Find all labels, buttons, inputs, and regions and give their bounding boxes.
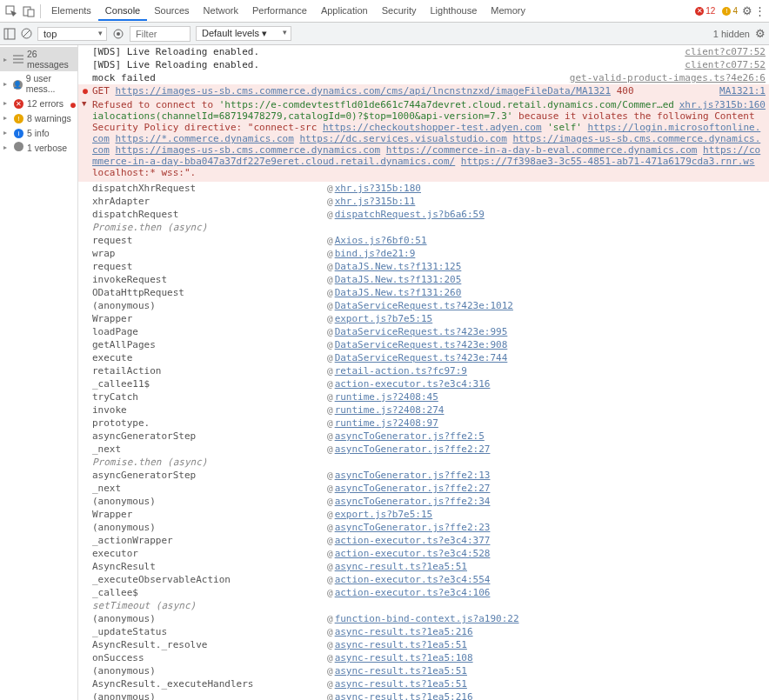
hidden-count[interactable]: 1 hidden	[713, 29, 750, 39]
stack-frame[interactable]: _next@asyncToGenerator.js?ffe2:27	[78, 443, 769, 456]
source-location-link[interactable]: asyncToGenerator.js?ffe2:13	[335, 470, 491, 481]
live-expression-icon[interactable]	[112, 28, 124, 40]
source-location-link[interactable]: DataServiceRequest.ts?423e:995	[335, 326, 508, 337]
request-url-link[interactable]: https://images-us-sb.cms.commerce.dynami…	[116, 85, 612, 97]
tab-network[interactable]: Network	[197, 2, 245, 20]
source-location-link[interactable]: xhr.js?315b:11	[335, 196, 416, 207]
source-location-link[interactable]: asyncToGenerator.js?ffe2:27	[335, 483, 491, 494]
more-menu-icon[interactable]: ⋮	[754, 4, 766, 17]
stack-frame[interactable]: onSuccess@async-result.ts?1ea5:108	[78, 651, 769, 664]
stack-frame[interactable]: _callee$@action-executor.ts?e3c4:106	[78, 586, 769, 599]
stack-frame[interactable]: Wrapper@export.js?b7e5:15	[78, 508, 769, 521]
sidebar-filter-verb[interactable]: ▸1 verbose	[0, 140, 77, 155]
stack-frame[interactable]: invokeRequest@DataJS.New.ts?f131:205	[78, 273, 769, 286]
source-link[interactable]: MA1321:1	[719, 85, 766, 97]
stack-frame[interactable]: dispatchXhrRequest@xhr.js?315b:180	[78, 182, 769, 195]
context-selector[interactable]: top	[37, 27, 107, 41]
source-location-link[interactable]: async-result.ts?1ea5:216	[335, 691, 473, 700]
source-location-link[interactable]: function-bind-context.js?a190:22	[335, 613, 519, 624]
sidebar-filter-user[interactable]: ▸👤9 user mess...	[0, 71, 77, 96]
stack-frame[interactable]: (anonymous)@async-result.ts?1ea5:216	[78, 690, 769, 700]
stack-frame[interactable]: wrap@bind.js?de21:9	[78, 247, 769, 260]
stack-frame[interactable]: (anonymous)@asyncToGenerator.js?ffe2:34	[78, 495, 769, 508]
tab-memory[interactable]: Memory	[484, 2, 532, 20]
stack-frame[interactable]: loadPage@DataServiceRequest.ts?423e:995	[78, 325, 769, 338]
stack-frame[interactable]: AsyncResult@async-result.ts?1ea5:51	[78, 560, 769, 573]
stack-frame[interactable]: xhrAdapter@xhr.js?315b:11	[78, 195, 769, 208]
source-location-link[interactable]: export.js?b7e5:15	[335, 313, 433, 324]
stack-frame[interactable]: _updateStatus@async-result.ts?1ea5:216	[78, 625, 769, 638]
stack-frame[interactable]: _executeObservableAction@action-executor…	[78, 573, 769, 586]
tab-sources[interactable]: Sources	[147, 2, 196, 20]
source-location-link[interactable]: DataJS.New.ts?f131:125	[335, 261, 462, 272]
source-location-link[interactable]: DataServiceRequest.ts?423e:744	[335, 352, 508, 363]
expand-arrow-icon[interactable]: ▼	[82, 99, 86, 108]
stack-frame[interactable]: (anonymous)@function-bind-context.js?a19…	[78, 612, 769, 625]
source-location-link[interactable]: action-executor.ts?e3c4:106	[335, 587, 491, 598]
source-location-link[interactable]: async-result.ts?1ea5:108	[335, 652, 473, 663]
stack-frame[interactable]: (anonymous)@DataServiceRequest.ts?423e:1…	[78, 299, 769, 312]
source-location-link[interactable]: runtime.js?2408:45	[335, 391, 438, 403]
settings-gear-icon[interactable]: ⚙	[742, 4, 752, 17]
tab-console[interactable]: Console	[98, 2, 147, 21]
stack-frame[interactable]: request@DataJS.New.ts?f131:125	[78, 260, 769, 273]
device-toggle-icon[interactable]	[21, 3, 37, 19]
tab-lighthouse[interactable]: Lighthouse	[423, 2, 484, 20]
source-location-link[interactable]: asyncToGenerator.js?ffe2:27	[335, 443, 491, 455]
stack-frame[interactable]: getAllPages@DataServiceRequest.ts?423e:9…	[78, 338, 769, 351]
csp-allowed-source[interactable]: https://dc.services.visualstudio.com	[299, 133, 506, 144]
stack-frame[interactable]: prototype.@runtime.js?2408:97	[78, 417, 769, 430]
stack-frame[interactable]: invoke@runtime.js?2408:274	[78, 403, 769, 417]
stack-frame[interactable]: ODataHttpRequest@DataJS.New.ts?f131:260	[78, 286, 769, 299]
source-location-link[interactable]: async-result.ts?1ea5:51	[335, 678, 467, 690]
source-location-link[interactable]: Axios.js?6bf0:51	[335, 235, 427, 246]
csp-violation-message[interactable]: ▼ xhr.js?315b:160 Refused to connect to …	[78, 97, 769, 182]
source-location-link[interactable]: retail-action.ts?fc97:9	[335, 365, 467, 377]
source-location-link[interactable]: async-result.ts?1ea5:51	[335, 561, 467, 572]
stack-frame[interactable]: asyncGeneratorStep@asyncToGenerator.js?f…	[78, 469, 769, 482]
log-levels-selector[interactable]: Default levels ▾	[196, 26, 291, 41]
filter-input[interactable]	[130, 26, 191, 42]
source-location-link[interactable]: export.js?b7e5:15	[335, 509, 433, 520]
stack-frame[interactable]: request@Axios.js?6bf0:51	[78, 234, 769, 247]
source-location-link[interactable]: action-executor.ts?e3c4:377	[335, 535, 491, 546]
source-location-link[interactable]: asyncToGenerator.js?ffe2:23	[335, 522, 491, 533]
source-link[interactable]: xhr.js?315b:160	[679, 99, 766, 110]
source-location-link[interactable]: action-executor.ts?e3c4:528	[335, 548, 491, 559]
csp-allowed-source[interactable]: https://commerce-in-a-day-b-eval.commerc…	[386, 144, 698, 156]
console-settings-icon[interactable]: ⚙	[755, 27, 766, 40]
csp-allowed-source[interactable]: https://checkoutshopper-test.adyen.com	[323, 122, 542, 133]
console-error-row[interactable]: GET https://images-us-sb.cms.commerce.dy…	[78, 84, 769, 97]
source-location-link[interactable]: bind.js?de21:9	[335, 248, 416, 259]
source-location-link[interactable]: async-result.ts?1ea5:51	[335, 665, 467, 677]
source-location-link[interactable]: DataJS.New.ts?f131:205	[335, 274, 462, 285]
stack-frame[interactable]: Wrapper@export.js?b7e5:15	[78, 312, 769, 325]
csp-allowed-source[interactable]: https://*.commerce.dynamics.com	[116, 133, 294, 144]
source-location-link[interactable]: asyncToGenerator.js?ffe2:34	[335, 496, 491, 507]
stack-frame[interactable]: AsyncResult._executeHandlers@async-resul…	[78, 677, 769, 690]
source-link[interactable]: client?c077:52	[685, 46, 766, 57]
stack-frame[interactable]: retailAction@retail-action.ts?fc97:9	[78, 364, 769, 377]
source-location-link[interactable]: asyncToGenerator.js?ffe2:5	[335, 430, 485, 442]
warning-count-badge[interactable]: !4	[719, 6, 740, 16]
source-location-link[interactable]: DataServiceRequest.ts?423e:1012	[335, 300, 513, 311]
stack-frame[interactable]: execute@DataServiceRequest.ts?423e:744	[78, 351, 769, 364]
inspect-icon[interactable]	[3, 3, 19, 19]
stack-frame[interactable]: (anonymous)@asyncToGenerator.js?ffe2:23	[78, 521, 769, 534]
source-location-link[interactable]: async-result.ts?1ea5:51	[335, 639, 467, 650]
source-location-link[interactable]: DataJS.New.ts?f131:260	[335, 287, 462, 298]
source-location-link[interactable]: dispatchRequest.js?b6a6:59	[335, 209, 485, 220]
stack-frame[interactable]: _actionWrapper@action-executor.ts?e3c4:3…	[78, 534, 769, 547]
clear-console-icon[interactable]	[21, 28, 32, 39]
sidebar-filter-warn[interactable]: ▸!8 warnings	[0, 110, 77, 125]
console-log-row[interactable]: [WDS] Live Reloading enabled.client?c077…	[78, 45, 769, 58]
source-location-link[interactable]: DataServiceRequest.ts?423e:908	[335, 339, 508, 350]
source-location-link[interactable]: async-result.ts?1ea5:216	[335, 626, 473, 637]
source-location-link[interactable]: xhr.js?315b:180	[335, 183, 421, 194]
stack-frame[interactable]: dispatchRequest@dispatchRequest.js?b6a6:…	[78, 208, 769, 221]
stack-frame[interactable]: AsyncResult._resolve@async-result.ts?1ea…	[78, 638, 769, 651]
sidebar-filter-list[interactable]: ▸26 messages	[0, 47, 77, 71]
source-link[interactable]: get-valid-product-images.ts?4e26:6	[570, 72, 766, 83]
csp-allowed-source[interactable]: https://images-us-sb.cms.commerce.dynami…	[116, 144, 381, 156]
error-count-badge[interactable]: ✕12	[692, 6, 718, 16]
